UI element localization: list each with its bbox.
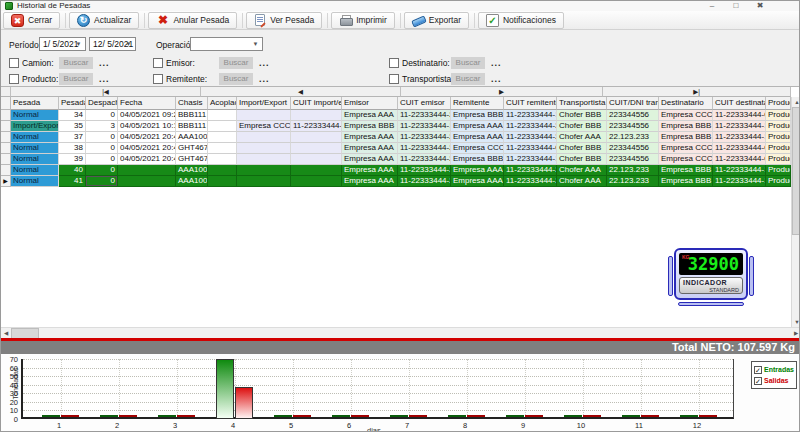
grid-band-next-icon[interactable]: ▶ <box>401 87 603 97</box>
grid-cell[interactable]: 0 <box>86 143 118 154</box>
grid-cell[interactable]: Producto <box>766 110 791 121</box>
grid-cell[interactable]: 223344556 <box>607 121 659 132</box>
grid-cell[interactable]: Producto <box>766 176 791 187</box>
grid-cell[interactable]: 37 <box>59 132 86 143</box>
column-header-5[interactable]: Acoplado <box>208 97 237 110</box>
table-row[interactable]: Normal400AAA100Empresa AAA11-22333444-2E… <box>1 165 791 176</box>
grid-cell[interactable]: 0 <box>86 176 118 187</box>
grid-cell[interactable]: Producto <box>766 121 791 132</box>
ellipsis-button[interactable]: ... <box>259 58 270 68</box>
horizontal-scrollbar[interactable]: ◀ ▶ <box>1 327 800 338</box>
legend-checkbox[interactable]: ✓ <box>754 366 762 374</box>
grid-cell[interactable]: 41 <box>59 176 86 187</box>
buscar-button[interactable]: Buscar <box>219 73 253 85</box>
close-button[interactable]: ✖ <box>753 1 767 11</box>
grid-cell[interactable]: AAA100 <box>176 132 208 143</box>
grid-cell[interactable]: Empresa CCC <box>451 143 504 154</box>
grid-cell[interactable]: Empresa AAA <box>451 132 504 143</box>
grid-cell[interactable]: Producto <box>766 154 791 165</box>
column-header-15[interactable]: CUIT destinatario <box>713 97 766 110</box>
grid-cell[interactable]: 22.123.233 <box>607 132 659 143</box>
grid-cell[interactable]: Empresa CCC <box>659 143 713 154</box>
grid-cell[interactable]: 11-22333444-1 <box>504 110 557 121</box>
grid-cell[interactable]: 39 <box>59 154 86 165</box>
grid-cell[interactable]: 11-22333444-1 <box>713 165 766 176</box>
column-header-16[interactable]: Producto <box>766 97 791 110</box>
grid-cell[interactable]: Producto <box>766 165 791 176</box>
column-header-4[interactable]: Chasis <box>176 97 208 110</box>
date-from-combo[interactable]: 1/ 5/2021 ▼ <box>39 37 86 51</box>
grid-cell[interactable]: BBB111 <box>176 121 208 132</box>
filter-checkbox[interactable] <box>389 58 399 68</box>
grid-cell[interactable]: 11-22333444-2 <box>504 121 557 132</box>
grid-cell[interactable] <box>208 110 237 121</box>
grid-cell[interactable] <box>208 143 237 154</box>
grid-cell[interactable] <box>291 165 342 176</box>
column-header-2[interactable]: Despacho <box>86 97 118 110</box>
grid-cell[interactable]: Chofer BBB <box>557 110 607 121</box>
grid-cell[interactable]: Empresa BBB <box>659 165 713 176</box>
vertical-scrollbar[interactable]: ▲ ▼ <box>791 97 800 327</box>
toolbar-button-ver[interactable]: Ver Pesada <box>246 12 322 29</box>
column-header-14[interactable]: Destinatario <box>659 97 713 110</box>
filter-checkbox[interactable] <box>9 74 19 84</box>
grid-cell[interactable] <box>237 110 291 121</box>
grid-cell[interactable]: 11-22333444-2 <box>398 165 451 176</box>
grid-cell[interactable]: Empresa AAA <box>342 110 398 121</box>
ellipsis-button[interactable]: ... <box>491 58 502 68</box>
grid-cell[interactable]: 11-22333444-1 <box>504 154 557 165</box>
grid-cell[interactable]: BBB111 <box>176 110 208 121</box>
grid-cell[interactable]: Normal <box>11 176 59 187</box>
filter-checkbox[interactable] <box>153 74 163 84</box>
maximize-button[interactable]: □ <box>729 1 743 11</box>
grid-cell[interactable]: Producto <box>766 132 791 143</box>
grid-cell[interactable]: 11-22333444-2 <box>504 132 557 143</box>
grid-cell[interactable]: 11-22333444-2 <box>398 143 451 154</box>
grid-cell[interactable] <box>237 176 291 187</box>
grid-cell[interactable]: 0 <box>86 154 118 165</box>
grid-cell[interactable] <box>118 176 176 187</box>
table-row[interactable]: ▶Normal410AAA100Empresa AAA11-22333444-2… <box>1 176 791 187</box>
buscar-button[interactable]: Buscar <box>59 57 93 69</box>
grid-cell[interactable]: Empresa AAA <box>451 176 504 187</box>
grid-cell[interactable]: 11-22333444-1 <box>713 132 766 143</box>
grid-cell[interactable] <box>208 165 237 176</box>
grid-cell[interactable]: 11-22333444-0 <box>713 154 766 165</box>
grid-cell[interactable]: 0 <box>86 110 118 121</box>
column-header-13[interactable]: CUIT/DNI transp. <box>607 97 659 110</box>
grid-cell[interactable] <box>237 143 291 154</box>
grid-cell[interactable]: 11-22333444-2 <box>504 165 557 176</box>
date-to-combo[interactable]: 12/ 5/2021 ▼ <box>89 37 136 51</box>
toolbar-button-notificaciones[interactable]: Notificaciones <box>478 12 564 29</box>
grid-cell[interactable]: 11-22333444-2 <box>398 176 451 187</box>
ellipsis-button[interactable]: ... <box>99 74 110 84</box>
grid-cell[interactable]: Empresa BBB <box>659 121 713 132</box>
grid-cell[interactable]: Chofer AAA <box>557 176 607 187</box>
grid-cell[interactable]: AAA100 <box>176 176 208 187</box>
toolbar-button-cerrar[interactable]: Cerrar <box>3 12 60 29</box>
grid-cell[interactable]: 11-22333444-1 <box>398 121 451 132</box>
grid-cell[interactable] <box>291 176 342 187</box>
grid-cell[interactable] <box>208 121 237 132</box>
grid-band-prev-icon[interactable]: ◀ <box>201 87 401 97</box>
grid-cell[interactable]: 22.123.233 <box>607 176 659 187</box>
grid-cell[interactable]: 04/05/2021 20:45 <box>118 143 176 154</box>
ellipsis-button[interactable]: ... <box>491 74 502 84</box>
operacion-combo[interactable]: ▼ <box>190 37 263 51</box>
grid-cell[interactable]: 04/05/2021 09:28 <box>118 110 176 121</box>
ellipsis-button[interactable]: ... <box>259 74 270 84</box>
minimize-button[interactable]: – <box>705 1 719 11</box>
legend-checkbox[interactable]: ✓ <box>754 377 762 385</box>
grid-band-first-icon[interactable]: |◀ <box>11 87 201 97</box>
buscar-button[interactable]: Buscar <box>451 57 485 69</box>
column-header-10[interactable]: Remitente <box>451 97 504 110</box>
column-header-3[interactable]: Fecha <box>118 97 176 110</box>
toolbar-button-anular[interactable]: Anular Pesada <box>148 12 237 29</box>
grid-cell[interactable]: Empresa AAA <box>342 176 398 187</box>
grid-cell[interactable]: Normal <box>11 143 59 154</box>
grid-cell[interactable]: 11-22333444-2 <box>504 176 557 187</box>
grid-cell[interactable]: 0 <box>86 132 118 143</box>
grid-cell[interactable]: 11-22333444-2 <box>398 132 451 143</box>
grid-cell[interactable] <box>237 132 291 143</box>
grid-cell[interactable]: AAA100 <box>176 165 208 176</box>
